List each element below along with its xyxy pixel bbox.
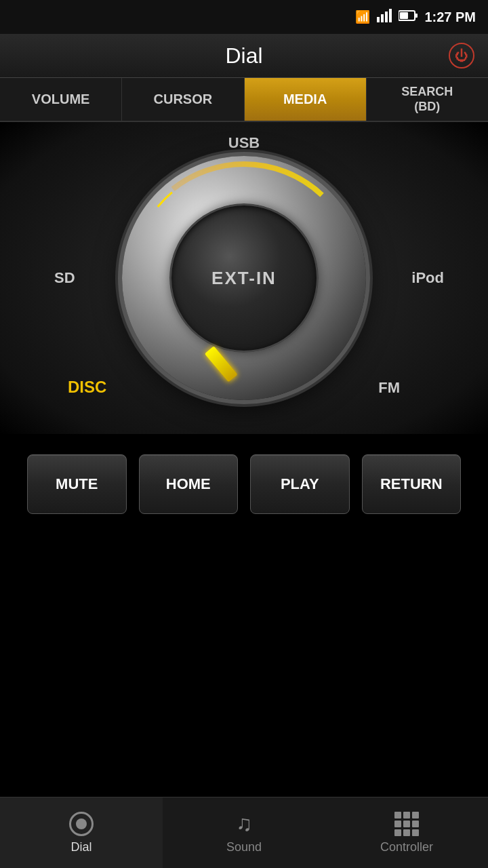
source-ipod[interactable]: iPod <box>411 269 444 287</box>
dial-area: USB SD iPod FM DISC EXT-IN <box>0 122 488 434</box>
svg-rect-0 <box>377 17 380 22</box>
nav-label-controller: Controller <box>380 840 433 854</box>
dial-knob[interactable]: EXT-IN <box>122 156 366 400</box>
bottom-nav: Dial ♫ Sound Controller <box>0 797 488 868</box>
play-button[interactable]: PLAY <box>250 454 350 514</box>
sound-nav-icon: ♫ <box>236 811 252 836</box>
signal-icon <box>377 9 392 26</box>
tab-cursor[interactable]: CURSOR <box>122 78 244 121</box>
svg-rect-2 <box>385 12 388 22</box>
source-usb[interactable]: USB <box>228 134 260 152</box>
svg-rect-3 <box>389 9 392 22</box>
nav-item-dial[interactable]: Dial <box>0 797 163 868</box>
tab-bar: VOLUME CURSOR MEDIA SEARCH(BD) <box>0 78 488 122</box>
title-bar: Dial <box>0 34 488 78</box>
nav-label-dial: Dial <box>70 840 92 854</box>
knob-center-label: EXT-IN <box>211 268 277 289</box>
tab-media[interactable]: MEDIA <box>245 78 367 121</box>
svg-rect-6 <box>400 12 408 19</box>
nav-item-sound[interactable]: ♫ Sound <box>163 797 325 868</box>
return-button[interactable]: RETURN <box>362 454 462 514</box>
tab-search[interactable]: SEARCH(BD) <box>367 78 488 121</box>
home-button[interactable]: HOME <box>139 454 239 514</box>
tab-volume[interactable]: VOLUME <box>0 78 122 121</box>
nav-item-controller[interactable]: Controller <box>325 797 488 868</box>
dial-nav-icon <box>69 812 94 836</box>
wifi-icon: 📶 <box>355 9 370 24</box>
svg-rect-1 <box>381 14 384 22</box>
controls-bar: MUTE HOME PLAY RETURN <box>0 434 488 534</box>
mute-button[interactable]: MUTE <box>27 454 127 514</box>
source-fm[interactable]: FM <box>378 379 400 397</box>
page-title: Dial <box>225 43 262 68</box>
nav-label-sound: Sound <box>226 840 262 854</box>
battery-icon <box>399 9 418 25</box>
status-time: 1:27 PM <box>424 9 476 25</box>
source-sd[interactable]: SD <box>54 269 75 287</box>
status-bar: 📶 1:27 PM <box>0 0 488 34</box>
controller-nav-icon <box>394 812 419 836</box>
power-button[interactable] <box>449 43 474 68</box>
source-disc[interactable]: DISC <box>68 378 106 397</box>
knob-inner[interactable]: EXT-IN <box>169 203 319 353</box>
svg-rect-5 <box>415 14 418 18</box>
